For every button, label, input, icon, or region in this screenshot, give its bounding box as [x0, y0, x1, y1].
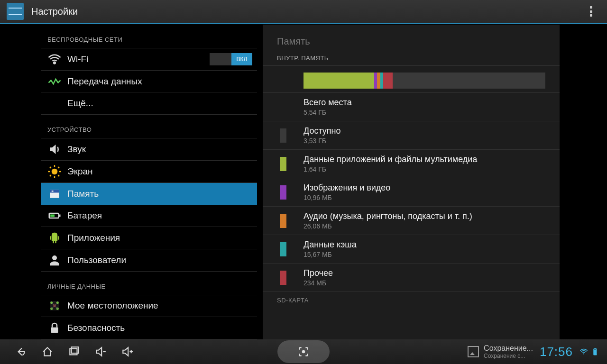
swatch-images: [280, 185, 286, 200]
svg-rect-22: [55, 241, 56, 243]
storage-bar-segment: [383, 73, 393, 89]
svg-line-6: [50, 167, 51, 168]
app-title: Настройки: [31, 6, 78, 17]
title-bar: Настройки: [0, 0, 607, 24]
volume-down-button[interactable]: [87, 342, 114, 361]
volume-up-button[interactable]: [114, 342, 140, 361]
svg-rect-16: [52, 236, 58, 241]
screenshot-toast[interactable]: Сохранение... Сохранение с...: [468, 344, 533, 359]
sidebar-item-label: Мое местоположение: [67, 300, 252, 311]
storage-label: Всего места: [304, 98, 352, 108]
toast-title: Сохранение...: [484, 344, 533, 353]
battery-icon: [42, 209, 67, 223]
sidebar-item-wifi[interactable]: Wi-Fi ВКЛ: [41, 48, 257, 71]
display-icon: [42, 164, 67, 179]
home-button[interactable]: [34, 342, 61, 361]
sidebar-item-display[interactable]: Экран: [41, 161, 257, 183]
section-header-device: УСТРОЙСТВО: [41, 115, 257, 138]
storage-label: Изображения и видео: [304, 183, 390, 193]
sidebar-item-label: Звук: [67, 144, 252, 155]
storage-bar-segment: [304, 73, 374, 89]
storage-value: 26,06 МБ: [304, 222, 472, 230]
svg-rect-41: [595, 348, 596, 349]
svg-point-39: [583, 353, 584, 354]
svg-rect-14: [59, 215, 61, 217]
sidebar-item-label: Передача данных: [67, 76, 252, 87]
sidebar-item-label: Пользователи: [67, 255, 252, 265]
storage-row-images[interactable]: Изображения и видео 10,96 МБ: [263, 178, 560, 207]
recent-apps-button[interactable]: [61, 342, 87, 361]
storage-value: 15,67 МБ: [304, 251, 357, 258]
swatch-misc: [280, 271, 286, 285]
sidebar-item-location[interactable]: Мое местоположение: [41, 295, 257, 318]
storage-value: 10,96 МБ: [304, 194, 390, 201]
sidebar-item-label: Батарея: [67, 210, 252, 221]
toggle-on-label: ВКЛ: [237, 56, 248, 63]
storage-row-audio[interactable]: Аудио (музыка, рингтоны, подкасты и т. п…: [263, 207, 560, 235]
storage-icon: [42, 187, 67, 201]
status-clock[interactable]: 17:56: [540, 345, 573, 359]
sidebar-item-label: Wi-Fi: [67, 54, 210, 64]
svg-rect-42: [594, 350, 597, 355]
sidebar-item-label: Ещё...: [67, 98, 252, 109]
svg-line-8: [50, 175, 51, 176]
data-usage-icon: [42, 74, 67, 89]
sidebar-item-label: Безопасность: [67, 323, 252, 333]
workspace: БЕСПРОВОДНЫЕ СЕТИ Wi-Fi ВКЛ Передача дан…: [0, 25, 607, 339]
svg-rect-15: [50, 215, 55, 217]
user-icon: [42, 253, 67, 267]
svg-rect-19: [50, 236, 51, 240]
swatch-apps: [280, 157, 286, 171]
sidebar-item-users[interactable]: Пользователи: [41, 249, 257, 272]
svg-point-0: [54, 62, 55, 64]
svg-rect-20: [58, 236, 60, 240]
storage-row-available[interactable]: Доступно 3,53 ГБ: [263, 121, 560, 150]
sidebar-item-battery[interactable]: Батарея: [41, 205, 257, 227]
sidebar-item-sound[interactable]: Звук: [41, 138, 257, 161]
location-icon: [42, 299, 67, 313]
settings-icon: [7, 3, 24, 20]
storage-pane: Память ВНУТР. ПАМЯТЬ Всего места 5,54 ГБ…: [263, 25, 560, 339]
storage-usage-bar-row: [263, 66, 560, 93]
storage-value: 5,54 ГБ: [304, 109, 352, 116]
storage-row-cache[interactable]: Данные кэша 15,67 МБ: [263, 235, 560, 264]
storage-row-total[interactable]: Всего места 5,54 ГБ: [263, 93, 560, 121]
svg-rect-12: [52, 191, 54, 192]
screenshot-button[interactable]: [277, 340, 330, 363]
svg-point-23: [52, 255, 57, 260]
toast-subtitle: Сохранение с...: [484, 353, 533, 359]
storage-value: 234 МБ: [304, 279, 333, 287]
sidebar-item-data-usage[interactable]: Передача данных: [41, 71, 257, 93]
svg-point-1: [52, 169, 58, 175]
sidebar-item-label: Приложения: [67, 233, 252, 243]
image-icon: [468, 346, 479, 357]
swatch-available: [280, 128, 286, 143]
storage-value: 1,64 ГБ: [304, 165, 477, 173]
svg-line-9: [58, 167, 60, 168]
sound-icon: [42, 142, 67, 156]
storage-row-misc[interactable]: Прочее 234 МБ: [263, 264, 560, 292]
section-header-personal: ЛИЧНЫЕ ДАННЫЕ: [41, 272, 257, 295]
sidebar-item-apps[interactable]: Приложения: [41, 227, 257, 249]
sidebar-item-storage[interactable]: Память: [41, 183, 257, 205]
status-icons[interactable]: [579, 347, 599, 356]
system-navbar: Сохранение... Сохранение с... 17:56: [0, 339, 607, 364]
wifi-toggle[interactable]: ВКЛ: [210, 53, 252, 65]
sidebar-item-more[interactable]: Ещё...: [41, 92, 257, 115]
back-button[interactable]: [8, 342, 34, 361]
storage-value: 3,53 ГБ: [304, 137, 341, 145]
storage-row-apps[interactable]: Данные приложений и файлы мультимедиа 1,…: [263, 150, 560, 178]
storage-label: Данные кэша: [304, 240, 357, 250]
wifi-status-icon: [579, 347, 588, 356]
lock-icon: [42, 321, 67, 335]
swatch-cache: [280, 242, 286, 256]
sd-card-header: SD-КАРТА: [263, 292, 560, 306]
overflow-menu-icon[interactable]: [590, 6, 593, 17]
storage-label: Аудио (музыка, рингтоны, подкасты и т. п…: [304, 211, 472, 221]
svg-line-7: [58, 175, 60, 176]
storage-bar-segment: [393, 73, 545, 89]
sidebar-item-security[interactable]: Безопасность: [41, 317, 257, 339]
internal-storage-header: ВНУТР. ПАМЯТЬ: [263, 55, 560, 66]
svg-rect-32: [51, 328, 58, 333]
storage-usage-bar: [304, 73, 545, 89]
